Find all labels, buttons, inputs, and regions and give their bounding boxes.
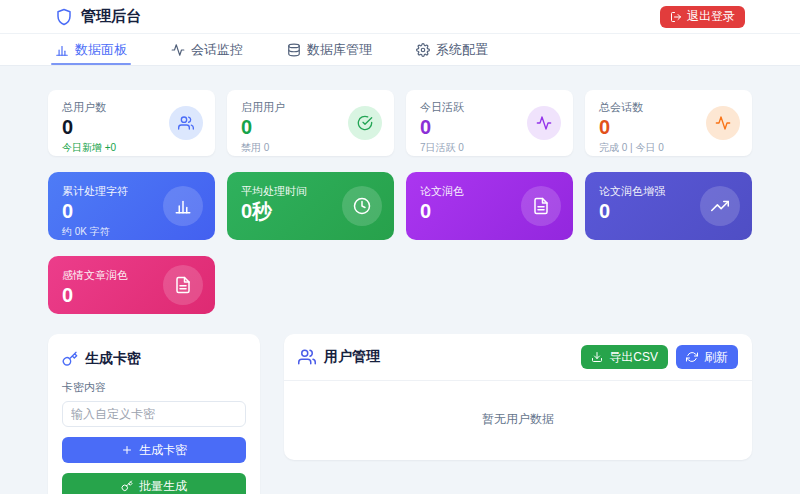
user-management-title: 用户管理	[324, 348, 380, 366]
shield-icon	[55, 8, 73, 26]
tab-settings[interactable]: 系统配置	[416, 34, 488, 65]
logout-icon	[670, 11, 682, 23]
keygen-panel: 生成卡密 卡密内容 生成卡密 批量生成	[48, 334, 260, 494]
stat-subtitle: 今日新增 +0	[62, 141, 201, 155]
stat-subtitle: 完成 0 | 今日 0	[599, 141, 738, 155]
trending-up-icon	[700, 186, 740, 226]
download-icon	[591, 351, 603, 363]
activity-icon	[171, 43, 185, 57]
gear-icon	[416, 43, 430, 57]
generate-key-button[interactable]: 生成卡密	[62, 437, 246, 463]
empty-state-text: 暂无用户数据	[284, 381, 752, 460]
metric-card-paper-polish-enhanced: 论文润色增强 0	[585, 172, 752, 240]
export-csv-button[interactable]: 导出CSV	[581, 345, 668, 369]
tab-label: 系统配置	[436, 41, 488, 59]
export-csv-label: 导出CSV	[609, 349, 658, 366]
activity-icon	[527, 106, 561, 140]
stat-card-enabled-users: 启用用户 0 禁用 0	[227, 90, 394, 156]
keygen-header: 生成卡密	[62, 350, 246, 368]
brand: 管理后台	[55, 7, 141, 26]
metric-card-paper-polish: 论文润色 0	[406, 172, 573, 240]
tab-dashboard[interactable]: 数据面板	[55, 34, 127, 65]
file-text-icon	[163, 265, 203, 305]
stat-card-total-users: 总用户数 0 今日新增 +0	[48, 90, 215, 156]
app-header: 管理后台 退出登录	[0, 0, 800, 34]
stat-subtitle: 禁用 0	[241, 141, 380, 155]
metric-card-emotion-polish: 感情文章润色 0	[48, 256, 215, 314]
users-icon	[298, 348, 316, 366]
file-text-icon	[521, 186, 561, 226]
tab-bar: 数据面板 会话监控 数据库管理 系统配置	[0, 34, 800, 66]
bar-chart-icon	[163, 186, 203, 226]
check-circle-icon	[348, 106, 382, 140]
generate-key-label: 生成卡密	[139, 442, 187, 459]
page-title: 管理后台	[81, 7, 141, 26]
metrics-row-2: 感情文章润色 0	[48, 256, 752, 314]
users-icon	[169, 106, 203, 140]
refresh-icon	[686, 351, 698, 363]
refresh-button[interactable]: 刷新	[676, 345, 738, 369]
tab-label: 数据库管理	[307, 41, 372, 59]
metric-subtitle: 约 0K 字符	[62, 225, 201, 239]
tab-session-monitor[interactable]: 会话监控	[171, 34, 243, 65]
key-icon	[62, 351, 78, 367]
clock-icon	[342, 186, 382, 226]
metrics-row: 累计处理字符 0 约 0K 字符 平均处理时间 0秒 论文润色 0 论文润色增强…	[48, 172, 752, 240]
metric-card-avg-time: 平均处理时间 0秒	[227, 172, 394, 240]
stats-row: 总用户数 0 今日新增 +0 启用用户 0 禁用 0 今日活跃 0 7日活跃 0…	[48, 90, 752, 156]
main-content: 总用户数 0 今日新增 +0 启用用户 0 禁用 0 今日活跃 0 7日活跃 0…	[0, 66, 800, 494]
key-icon	[121, 480, 133, 492]
keygen-field-label: 卡密内容	[62, 380, 246, 395]
bottom-section: 生成卡密 卡密内容 生成卡密 批量生成 用户管	[48, 334, 752, 494]
stat-subtitle: 7日活跃 0	[420, 141, 559, 155]
keygen-input[interactable]	[62, 401, 246, 427]
keygen-title: 生成卡密	[85, 350, 141, 368]
logout-label: 退出登录	[687, 8, 735, 25]
plus-icon	[121, 444, 133, 456]
batch-generate-label: 批量生成	[139, 478, 187, 494]
user-management-panel: 用户管理 导出CSV 刷新 暂无用户数	[284, 334, 752, 460]
tab-database[interactable]: 数据库管理	[287, 34, 372, 65]
batch-generate-button[interactable]: 批量生成	[62, 473, 246, 494]
tab-label: 数据面板	[75, 41, 127, 59]
stat-card-active-today: 今日活跃 0 7日活跃 0	[406, 90, 573, 156]
activity-icon	[706, 106, 740, 140]
stat-card-total-sessions: 总会话数 0 完成 0 | 今日 0	[585, 90, 752, 156]
tab-label: 会话监控	[191, 41, 243, 59]
refresh-label: 刷新	[704, 349, 728, 366]
database-icon	[287, 43, 301, 57]
user-management-header: 用户管理 导出CSV 刷新	[284, 334, 752, 381]
metric-card-total-chars: 累计处理字符 0 约 0K 字符	[48, 172, 215, 240]
logout-button[interactable]: 退出登录	[660, 6, 745, 28]
bar-chart-icon	[55, 43, 69, 57]
user-actions: 导出CSV 刷新	[581, 345, 738, 369]
